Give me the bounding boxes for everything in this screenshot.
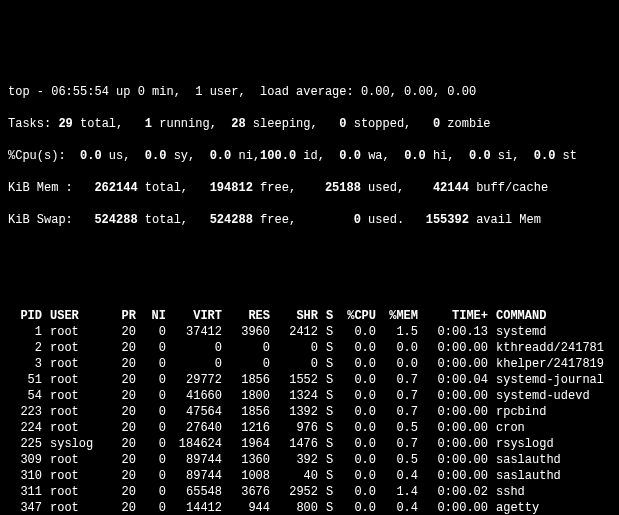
cell-shr: 1324 [274, 388, 322, 404]
col-user[interactable]: USER [46, 308, 106, 324]
cell-user: root [46, 372, 106, 388]
process-table: PID USER PR NI VIRT RES SHR S %CPU %MEM … [8, 308, 611, 515]
cell-cpu: 0.0 [338, 436, 380, 452]
cell-cmd: rsyslogd [492, 436, 611, 452]
cell-s: S [322, 388, 338, 404]
col-shr[interactable]: SHR [274, 308, 322, 324]
cell-s: S [322, 468, 338, 484]
cell-ni: 0 [140, 484, 170, 500]
cell-cmd: systemd-journal [492, 372, 611, 388]
cell-time: 0:00.02 [422, 484, 492, 500]
cell-user: root [46, 452, 106, 468]
cell-res: 1856 [226, 404, 274, 420]
cell-ni: 0 [140, 436, 170, 452]
table-row[interactable]: 309root200897441360392S0.00.50:00.00sasl… [8, 452, 611, 468]
cell-shr: 800 [274, 500, 322, 515]
cell-pr: 20 [106, 404, 140, 420]
cell-time: 0:00.00 [422, 388, 492, 404]
cell-cmd: agetty [492, 500, 611, 515]
table-row[interactable]: 224root200276401216976S0.00.50:00.00cron [8, 420, 611, 436]
col-cmd[interactable]: COMMAND [492, 308, 611, 324]
cell-pr: 20 [106, 500, 140, 515]
cell-mem: 0.0 [380, 356, 422, 372]
col-pid[interactable]: PID [8, 308, 46, 324]
cell-virt: 41660 [170, 388, 226, 404]
summary-cpu: %Cpu(s): 0.0 us, 0.0 sy, 0.0 ni,100.0 id… [8, 148, 611, 164]
cell-cpu: 0.0 [338, 468, 380, 484]
summary-line1: top - 06:55:54 up 0 min, 1 user, load av… [8, 84, 611, 100]
cell-pr: 20 [106, 372, 140, 388]
cell-res: 0 [226, 340, 274, 356]
table-row[interactable]: 3root200000S0.00.00:00.00khelper/2417819 [8, 356, 611, 372]
cell-s: S [322, 356, 338, 372]
cell-cmd: khelper/2417819 [492, 356, 611, 372]
summary-swap: KiB Swap: 524288 total, 524288 free, 0 u… [8, 212, 611, 228]
cell-ni: 0 [140, 500, 170, 515]
col-mem[interactable]: %MEM [380, 308, 422, 324]
col-res[interactable]: RES [226, 308, 274, 324]
cell-cpu: 0.0 [338, 500, 380, 515]
table-row[interactable]: 347root20014412944800S0.00.40:00.00agett… [8, 500, 611, 515]
table-row[interactable]: 310root20089744100840S0.00.40:00.00sasla… [8, 468, 611, 484]
col-time[interactable]: TIME+ [422, 308, 492, 324]
cell-pid: 310 [8, 468, 46, 484]
cell-res: 0 [226, 356, 274, 372]
table-row[interactable]: 54root2004166018001324S0.00.70:00.00syst… [8, 388, 611, 404]
cell-time: 0:00.00 [422, 404, 492, 420]
cell-virt: 27640 [170, 420, 226, 436]
cell-cmd: saslauthd [492, 452, 611, 468]
cell-res: 1800 [226, 388, 274, 404]
cell-s: S [322, 404, 338, 420]
cell-res: 1216 [226, 420, 274, 436]
table-row[interactable]: 51root2002977218561552S0.00.70:00.04syst… [8, 372, 611, 388]
col-pr[interactable]: PR [106, 308, 140, 324]
cell-user: root [46, 324, 106, 340]
cell-ni: 0 [140, 468, 170, 484]
cell-pid: 309 [8, 452, 46, 468]
cell-pid: 51 [8, 372, 46, 388]
cell-user: root [46, 484, 106, 500]
cell-virt: 0 [170, 356, 226, 372]
cell-mem: 0.5 [380, 420, 422, 436]
table-row[interactable]: 223root2004756418561392S0.00.70:00.00rpc… [8, 404, 611, 420]
summary-tasks: Tasks: 29 total, 1 running, 28 sleeping,… [8, 116, 611, 132]
cell-shr: 976 [274, 420, 322, 436]
cell-shr: 2412 [274, 324, 322, 340]
cell-mem: 0.4 [380, 468, 422, 484]
cell-virt: 29772 [170, 372, 226, 388]
cell-virt: 14412 [170, 500, 226, 515]
cell-ni: 0 [140, 420, 170, 436]
top-summary: top - 06:55:54 up 0 min, 1 user, load av… [8, 68, 611, 244]
cell-pid: 225 [8, 436, 46, 452]
cell-ni: 0 [140, 452, 170, 468]
cell-res: 3676 [226, 484, 274, 500]
cell-res: 1360 [226, 452, 274, 468]
col-s[interactable]: S [322, 308, 338, 324]
cell-shr: 1476 [274, 436, 322, 452]
cell-s: S [322, 372, 338, 388]
table-row[interactable]: 311root2006554836762952S0.01.40:00.02ssh… [8, 484, 611, 500]
cell-res: 1008 [226, 468, 274, 484]
cell-pr: 20 [106, 468, 140, 484]
summary-mem: KiB Mem : 262144 total, 194812 free, 251… [8, 180, 611, 196]
cell-time: 0:00.00 [422, 340, 492, 356]
table-row[interactable]: 225syslog20018462419641476S0.00.70:00.00… [8, 436, 611, 452]
cell-pr: 20 [106, 388, 140, 404]
col-ni[interactable]: NI [140, 308, 170, 324]
cell-cpu: 0.0 [338, 324, 380, 340]
cell-shr: 40 [274, 468, 322, 484]
table-row[interactable]: 1root2003741239602412S0.01.50:00.13syste… [8, 324, 611, 340]
cell-ni: 0 [140, 404, 170, 420]
table-row[interactable]: 2root200000S0.00.00:00.00kthreadd/241781 [8, 340, 611, 356]
cell-virt: 37412 [170, 324, 226, 340]
cell-user: root [46, 340, 106, 356]
cell-time: 0:00.00 [422, 468, 492, 484]
table-header-row[interactable]: PID USER PR NI VIRT RES SHR S %CPU %MEM … [8, 308, 611, 324]
col-virt[interactable]: VIRT [170, 308, 226, 324]
cell-res: 1964 [226, 436, 274, 452]
cell-user: root [46, 420, 106, 436]
cell-time: 0:00.00 [422, 452, 492, 468]
cell-mem: 1.4 [380, 484, 422, 500]
cell-pid: 223 [8, 404, 46, 420]
col-cpu[interactable]: %CPU [338, 308, 380, 324]
